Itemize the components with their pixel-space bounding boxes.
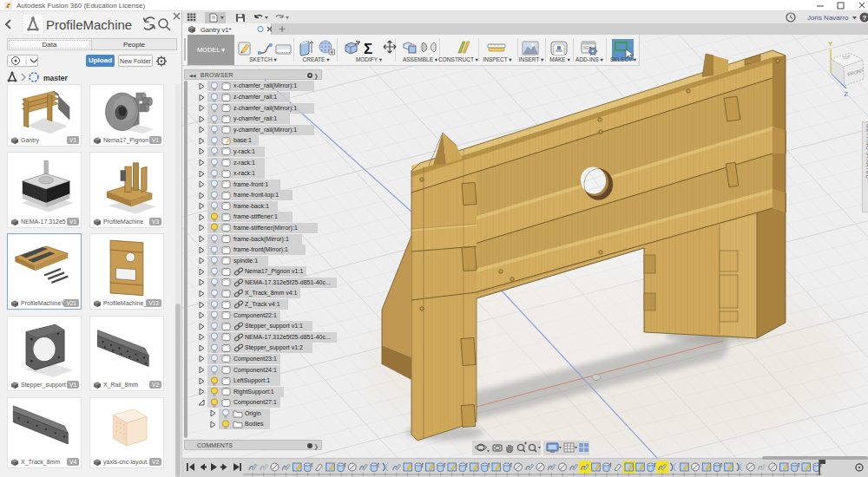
svg-text:SELECT ▾: SELECT ▾	[610, 56, 637, 62]
svg-text:?: ?	[863, 14, 867, 22]
svg-text:INSPECT ▾: INSPECT ▾	[483, 56, 512, 62]
svg-text:CONSTRUCT ▾: CONSTRUCT ▾	[438, 56, 478, 62]
svg-text:SKETCH ▾: SKETCH ▾	[249, 56, 277, 62]
svg-text:Z: Z	[844, 90, 848, 98]
svg-text:MODIFY ▾: MODIFY ▾	[356, 56, 383, 62]
svg-text:ProfileMachine: ProfileMachine	[46, 17, 132, 32]
svg-text:CREATE ▾: CREATE ▾	[303, 56, 331, 62]
svg-text:Joris Navarro: Joris Navarro	[807, 14, 849, 22]
svg-text:INSERT ▾: INSERT ▾	[519, 56, 544, 62]
svg-text:MAKE ▾: MAKE ▾	[549, 56, 570, 62]
svg-text:master: master	[43, 74, 69, 82]
svg-text:Gantry v1*: Gantry v1*	[201, 26, 232, 34]
svg-text:ADD-INS ▾: ADD-INS ▾	[575, 56, 604, 62]
svg-text:Σ: Σ	[364, 41, 372, 57]
svg-text:Y: Y	[828, 40, 833, 48]
svg-text:ASSEMBLE ▾: ASSEMBLE ▾	[403, 56, 438, 62]
